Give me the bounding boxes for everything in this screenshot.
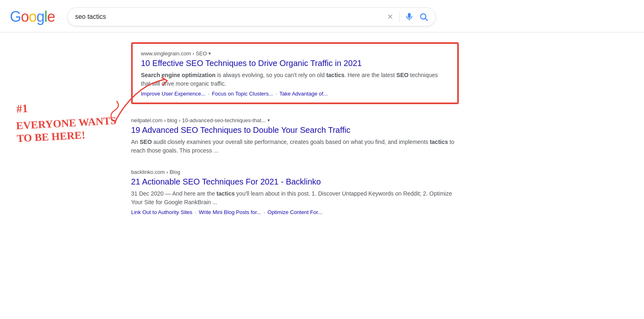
search-input[interactable]: seo tactics (75, 13, 383, 21)
result-2-dropdown[interactable]: ▾ (268, 118, 270, 123)
result-2-title[interactable]: 19 Advanced SEO Techniques to Double You… (131, 125, 459, 135)
result-3-link-1[interactable]: Link Out to Authority Sites (131, 209, 193, 215)
result-item-2: neilpatel.com › blog › 10-advanced-seo-t… (131, 116, 459, 164)
result-3-title[interactable]: 21 Actionable SEO Techniques For 2021 - … (131, 176, 459, 187)
result-3-link-3[interactable]: Optimize Content For... (268, 209, 322, 215)
search-bar[interactable]: seo tactics ✕ (67, 7, 436, 26)
result-3-link-2[interactable]: Write Mini Blog Posts for... (199, 209, 261, 215)
result-1-sep-1: · (208, 91, 210, 97)
annotation-text: Everyone Wants To Be Here! (16, 114, 118, 145)
annotation-area: #1 Everyone Wants To Be Here! (12, 65, 127, 142)
result-1-links: Improve User Experience... · Focus on To… (141, 91, 449, 97)
result-item-3: backlinko.com › Blog 21 Actionable SEO T… (131, 167, 459, 222)
result-1-title[interactable]: 10 Effective SEO Techniques to Drive Org… (141, 58, 449, 68)
header: Google seo tactics ✕ (0, 0, 644, 32)
result-3-sep-1: · (195, 209, 197, 215)
result-2-url: neilpatel.com › blog › 10-advanced-seo-t… (131, 117, 459, 123)
search-icons: ✕ (387, 12, 428, 22)
svg-line-1 (425, 18, 427, 21)
result-3-snippet: 31 Dec 2020 — And here are the tactics y… (131, 189, 459, 207)
google-logo: Google (10, 8, 55, 25)
result-2-snippet: An SEO audit closely examines your overa… (131, 138, 459, 155)
result-1-link-2[interactable]: Focus on Topic Clusters... (212, 91, 273, 97)
results-container: www.singlegrain.com › SEO ▾ 10 Effective… (131, 42, 459, 225)
clear-icon[interactable]: ✕ (387, 12, 393, 21)
result-1-snippet: Search engine optimization is always evo… (141, 71, 449, 88)
divider (399, 12, 399, 22)
result-1-sep-2: · (275, 91, 277, 97)
result-1-url: www.singlegrain.com › SEO ▾ (141, 50, 449, 57)
result-3-links: Link Out to Authority Sites · Write Mini… (131, 209, 459, 215)
search-submit-icon[interactable] (419, 12, 428, 21)
result-1-dropdown[interactable]: ▾ (209, 51, 211, 56)
annotation-number: #1 (16, 102, 28, 115)
result-3-sep-2: · (263, 209, 265, 215)
mic-icon[interactable] (405, 13, 413, 21)
main-content: #1 Everyone Wants To Be Here! www.single… (0, 32, 644, 225)
result-3-url: backlinko.com › Blog (131, 169, 459, 175)
result-item-1: www.singlegrain.com › SEO ▾ 10 Effective… (131, 42, 459, 104)
result-1-link-3[interactable]: Take Advantage of... (279, 91, 328, 97)
